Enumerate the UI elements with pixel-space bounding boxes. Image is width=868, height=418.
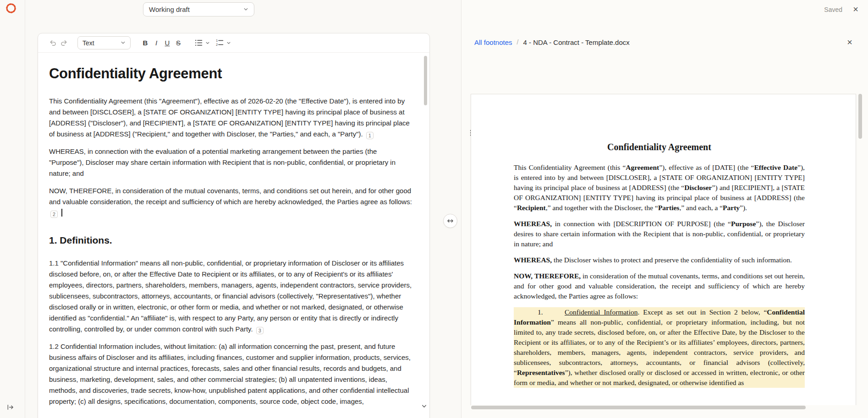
close-preview-icon[interactable]: ×	[844, 37, 855, 48]
preview-paragraph: WHEREAS, in connection with [DESCRIPTION…	[514, 219, 805, 249]
format-buttons: B I U S	[140, 37, 184, 49]
editor-scrollbar-thumb[interactable]	[424, 56, 427, 105]
editor-toolbar: Text B I U S	[38, 33, 429, 53]
footnote-marker[interactable]: 2	[50, 211, 58, 218]
undo-button[interactable]	[47, 37, 58, 49]
breadcrumb-separator: /	[517, 38, 519, 46]
scroll-down-icon[interactable]	[420, 402, 428, 410]
list-buttons: 1 2	[193, 37, 232, 49]
preview-paragraph: This Confidentiality Agreement (this “Ag…	[514, 163, 805, 213]
preview-toolbar: of 5 − + Page Width	[461, 60, 868, 86]
numbered-list-chevron-icon[interactable]	[225, 37, 232, 49]
close-icon[interactable]: ×	[850, 3, 862, 15]
all-footnotes-link[interactable]: All footnotes	[474, 38, 512, 46]
paragraph-style-label: Text	[82, 39, 94, 47]
bullet-list-icon[interactable]	[193, 37, 204, 49]
version-selector[interactable]: Working draft	[143, 2, 254, 16]
strikethrough-button[interactable]: S	[173, 37, 184, 49]
preview-page: Confidentiality Agreement This Confident…	[471, 94, 856, 405]
doc-paragraph: NOW, THEREFORE, in consideration of the …	[49, 185, 412, 218]
horizontal-resize-icon	[447, 217, 454, 224]
preview-vertical-scrollbar-thumb[interactable]	[858, 94, 862, 139]
preview-panel: All footnotes / 4 - NDA - Contract - Tem…	[461, 0, 868, 418]
bullet-list-chevron-icon[interactable]	[204, 37, 211, 49]
numbered-list-icon[interactable]: 1 2	[214, 37, 225, 49]
preview-header: All footnotes / 4 - NDA - Contract - Tem…	[461, 32, 868, 52]
doc-paragraph: 1.2 Confidential Information includes, w…	[49, 341, 412, 407]
editor-document[interactable]: Confidentiality Agreement This Confident…	[38, 53, 418, 407]
chevron-down-icon	[243, 7, 248, 12]
expand-sidebar-icon[interactable]	[6, 403, 16, 413]
doc-paragraph: 1.1 "Confidential Information" means all…	[49, 258, 412, 335]
document-title: Confidentiality Agreement	[49, 65, 418, 82]
panel-resize-handle[interactable]	[443, 214, 457, 228]
chevron-down-icon	[121, 40, 126, 45]
italic-button[interactable]: I	[151, 37, 162, 49]
version-label: Working draft	[149, 5, 190, 13]
left-rail	[0, 0, 25, 418]
preview-document-name: 4 - NDA - Contract - Template.docx	[523, 38, 629, 46]
svg-text:1: 1	[216, 39, 218, 42]
svg-text:2: 2	[216, 43, 218, 46]
paragraph-style-selector[interactable]: Text	[77, 36, 131, 49]
preview-document-title: Confidentiality Agreement	[514, 142, 805, 152]
preview-viewport: Confidentiality Agreement This Confident…	[461, 84, 868, 405]
redo-button[interactable]	[58, 37, 69, 49]
text-cursor	[61, 209, 62, 217]
doc-paragraph: This Confidentiality Agreement (this "Ag…	[49, 96, 412, 140]
app-logo-icon[interactable]	[5, 2, 17, 14]
preview-paragraph: WHEREAS, the Discloser wishes to protect…	[514, 255, 805, 265]
doc-paragraph: WHEREAS, in connection with the evaluati…	[49, 146, 412, 179]
preview-paragraph: NOW, THEREFORE, in consideration of the …	[514, 271, 805, 301]
highlighted-passage[interactable]: 1. Confidential Information. Except as s…	[514, 307, 805, 388]
app-screen: Working draft Saved × Text	[0, 0, 868, 418]
bold-button[interactable]: B	[140, 37, 151, 49]
footnote-marker[interactable]: 3	[256, 327, 264, 334]
editor-panel: Text B I U S	[38, 33, 430, 418]
section-heading: 1. Definitions.	[49, 235, 418, 246]
underline-button[interactable]: U	[162, 37, 173, 49]
preview-horizontal-scrollbar-thumb[interactable]	[471, 406, 806, 409]
footnote-marker[interactable]: 1	[366, 132, 374, 139]
save-status: Saved	[824, 6, 842, 13]
